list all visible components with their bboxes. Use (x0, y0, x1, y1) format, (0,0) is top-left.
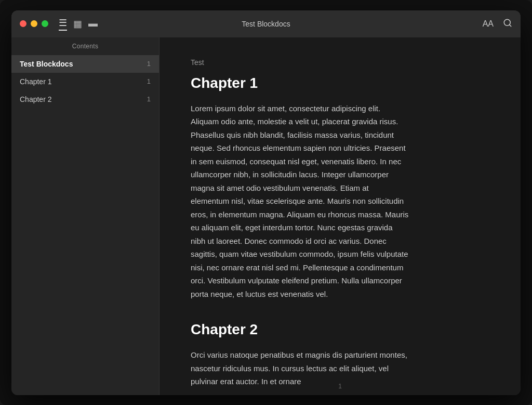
sidebar-item-label-0: Test Blockdocs (20, 60, 73, 68)
chapter-2-body: Orci varius natoque penatibus et magnis … (191, 348, 409, 388)
sidebar-item-test-blockdocs[interactable]: Test Blockdocs 1 (11, 55, 159, 73)
doc-label: Test (191, 58, 489, 67)
sidebar-item-label-1: Chapter 1 (20, 77, 51, 86)
sidebar-item-count-1: 1 (147, 77, 151, 85)
maximize-button[interactable] (42, 20, 48, 27)
close-button[interactable] (20, 20, 26, 27)
sidebar-header: Contents (11, 37, 159, 55)
window-title-text: Test Blockdocs (242, 20, 290, 28)
sidebar-item-count-2: 1 (147, 95, 151, 103)
sidebar-icon[interactable]: ▦ (73, 18, 82, 30)
minimize-button[interactable] (31, 20, 37, 27)
chapter-1-heading: Chapter 1 (191, 75, 489, 92)
title-bar: ☰ ▦ ▬ Test Blockdocs AA (11, 10, 521, 37)
font-size-button[interactable]: AA (483, 19, 494, 29)
layout-icon[interactable]: ▬ (88, 18, 98, 29)
sidebar: Contents Test Blockdocs 1 Chapter 1 1 Ch… (11, 37, 159, 395)
window-title: Test Blockdocs (242, 20, 290, 28)
sidebar-item-chapter1[interactable]: Chapter 1 1 (11, 73, 159, 90)
toolbar-icons: ☰ ▦ ▬ (59, 17, 98, 31)
window-frame: ☰ ▦ ▬ Test Blockdocs AA Contents (0, 0, 532, 405)
svg-line-1 (509, 24, 511, 26)
sidebar-item-label-2: Chapter 2 (20, 95, 51, 103)
sidebar-item-count-0: 1 (147, 60, 151, 68)
main-area: Contents Test Blockdocs 1 Chapter 1 1 Ch… (11, 37, 521, 395)
app-window: ☰ ▦ ▬ Test Blockdocs AA Contents (11, 10, 521, 395)
reader-area[interactable]: Test Chapter 1 Lorem ipsum dolor sit ame… (159, 37, 521, 395)
title-right-controls: AA (483, 18, 512, 30)
list-icon[interactable]: ☰ (59, 17, 67, 31)
traffic-lights (20, 20, 48, 27)
sidebar-item-chapter2[interactable]: Chapter 2 1 (11, 90, 159, 108)
chapter-2-heading: Chapter 2 (191, 321, 489, 338)
search-button[interactable] (503, 18, 512, 30)
page-number: 1 (338, 383, 342, 390)
chapter-1-body: Lorem ipsum dolor sit amet, consectetur … (191, 102, 409, 301)
